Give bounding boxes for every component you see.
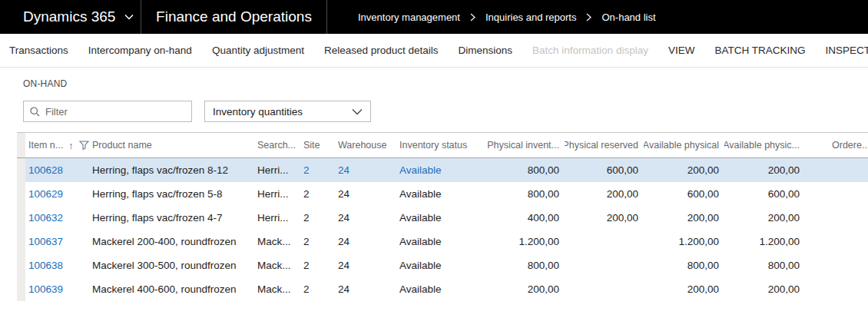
column-header-search-name[interactable]: Search... — [257, 133, 303, 157]
breadcrumb-page[interactable]: On-hand list — [601, 12, 655, 23]
column-header-inventory-status[interactable]: Inventory status — [399, 133, 484, 157]
menu-quantity-adjustment[interactable]: Quantity adjustment — [212, 45, 304, 56]
row-selector-gutter[interactable] — [17, 206, 25, 230]
table-row[interactable]: 100628 Herring, flaps vac/frozen 8-12 He… — [17, 158, 868, 182]
available-physical-cell: 200,00 — [644, 206, 724, 230]
menu-batch-information-display: Batch information display — [532, 45, 648, 56]
app-title[interactable]: Finance and Operations — [141, 0, 326, 34]
breadcrumb-module[interactable]: Inventory management — [358, 12, 460, 23]
warehouse-cell[interactable]: 24 — [338, 158, 399, 182]
search-name-cell: Herri... — [257, 158, 303, 182]
search-name-cell: Herri... — [257, 206, 303, 230]
column-header-item-number[interactable]: Item n... ↑ — [25, 133, 92, 157]
header-gutter — [17, 133, 25, 157]
physical-reserved-cell: 200,00 — [565, 182, 644, 206]
menu-dimensions[interactable]: Dimensions — [459, 45, 513, 56]
physical-inventory-cell: 800,00 — [484, 182, 565, 206]
available-physical-2-cell: 600,00 — [724, 182, 805, 206]
column-header-label: Item n... — [28, 140, 63, 151]
section-title-on-hand: ON-HAND — [23, 78, 868, 89]
column-header-product-name[interactable]: Product name — [92, 133, 257, 157]
physical-reserved-cell — [565, 230, 644, 253]
inventory-status-cell: Available — [399, 253, 484, 277]
top-navigation-bar: Dynamics 365 Finance and Operations Inve… — [0, 0, 868, 34]
column-header-physical-inventory[interactable]: Physical invent... — [484, 133, 565, 157]
filter-input-container[interactable] — [23, 101, 192, 122]
item-number-link[interactable]: 100628 — [25, 158, 92, 182]
column-header-ordered[interactable]: Ordere... — [805, 133, 868, 157]
ordered-cell — [805, 158, 868, 182]
inventory-status-cell: Available — [399, 182, 484, 206]
table-row[interactable]: 100637 Mackerel 200-400, roundfrozen Mac… — [17, 230, 868, 253]
physical-reserved-cell: 200,00 — [565, 206, 644, 230]
row-selector-gutter[interactable] — [17, 158, 25, 182]
search-name-cell: Mack... — [257, 277, 303, 301]
product-name-cell: Mackerel 200-400, roundfrozen — [92, 230, 257, 253]
item-number-link[interactable]: 100629 — [25, 182, 92, 206]
physical-inventory-cell: 1.200,00 — [484, 230, 565, 253]
dynamics365-menu-button[interactable]: Dynamics 365 — [0, 0, 141, 34]
table-row[interactable]: 100629 Herring, flaps vac/frozen 5-8 Her… — [17, 182, 868, 206]
product-name-cell: Mackerel 300-500, roundfrozen — [92, 253, 257, 277]
item-number-link[interactable]: 100638 — [25, 253, 92, 277]
menu-batch-tracking[interactable]: BATCH TRACKING — [714, 45, 805, 56]
available-physical-cell: 200,00 — [644, 158, 724, 182]
menu-transactions[interactable]: Transactions — [9, 45, 68, 56]
product-name-cell: Herring, flaps vac/frozen 8-12 — [92, 158, 257, 182]
search-name-cell: Mack... — [257, 253, 303, 277]
menu-released-product-details[interactable]: Released product details — [324, 45, 439, 56]
warehouse-cell: 24 — [338, 230, 399, 253]
filter-funnel-icon[interactable] — [79, 141, 89, 150]
site-cell: 2 — [303, 253, 338, 277]
physical-inventory-cell: 400,00 — [484, 206, 565, 230]
table-row[interactable]: 100638 Mackerel 300-500, roundfrozen Mac… — [17, 253, 868, 277]
available-physical-2-cell: 200,00 — [724, 206, 805, 230]
available-physical-cell: 200,00 — [644, 277, 724, 301]
site-cell[interactable]: 2 — [303, 158, 338, 182]
site-cell: 2 — [303, 277, 338, 301]
search-icon — [30, 107, 40, 117]
inventory-status-cell[interactable]: Available — [399, 158, 484, 182]
warehouse-cell: 24 — [338, 182, 399, 206]
product-name-cell: Herring, flaps vac/frozen 5-8 — [92, 182, 257, 206]
row-selector-gutter[interactable] — [17, 182, 25, 206]
available-physical-cell: 1.200,00 — [644, 230, 724, 253]
table-row[interactable]: 100639 Mackerel 400-600, roundfrozen Mac… — [17, 277, 868, 301]
column-header-warehouse[interactable]: Warehouse — [338, 133, 399, 157]
row-selector-gutter[interactable] — [17, 253, 25, 277]
topbar-divider — [326, 0, 327, 34]
ordered-cell — [805, 182, 868, 206]
row-selector-gutter[interactable] — [17, 230, 25, 253]
grid-header-row: Item n... ↑ Product name Search... Site … — [17, 133, 868, 158]
breadcrumb-section[interactable]: Inquiries and reports — [485, 12, 577, 23]
available-physical-2-cell: 200,00 — [724, 158, 805, 182]
row-selector-gutter[interactable] — [17, 277, 25, 301]
column-header-site[interactable]: Site — [303, 133, 338, 157]
column-header-available-physical[interactable]: Available physical — [644, 133, 724, 157]
table-row[interactable]: 100632 Herring, flaps vac/frozen 4-7 Her… — [17, 206, 868, 230]
view-selector-dropdown[interactable]: Inventory quantities — [204, 101, 371, 122]
available-physical-2-cell: 200,00 — [724, 277, 805, 301]
filter-input[interactable] — [45, 106, 185, 118]
menu-view[interactable]: VIEW — [668, 45, 695, 56]
item-number-link[interactable]: 100637 — [25, 230, 92, 253]
chevron-down-icon — [352, 108, 363, 115]
item-number-link[interactable]: 100639 — [25, 277, 92, 301]
grid-toolbar: Inventory quantities — [23, 101, 868, 122]
view-selector-value: Inventory quantities — [213, 106, 303, 118]
action-bar: Transactions Intercompany on-hand Quanti… — [0, 34, 868, 68]
product-name-cell: Mackerel 400-600, roundfrozen — [92, 277, 257, 301]
menu-inspect[interactable]: INSPECT — [825, 45, 868, 56]
site-cell: 2 — [303, 230, 338, 253]
inventory-status-cell: Available — [399, 230, 484, 253]
physical-reserved-cell: 600,00 — [565, 158, 644, 182]
menu-intercompany-on-hand[interactable]: Intercompany on-hand — [88, 45, 192, 56]
column-header-available-physical-2[interactable]: Available physic... — [724, 133, 805, 157]
brand-label: Dynamics 365 — [23, 8, 115, 25]
column-header-physical-reserved[interactable]: Physical reserved — [565, 133, 644, 157]
on-hand-grid: Item n... ↑ Product name Search... Site … — [17, 132, 868, 301]
item-number-link[interactable]: 100632 — [25, 206, 92, 230]
ordered-cell — [805, 253, 868, 277]
chevron-right-icon — [586, 13, 591, 22]
physical-reserved-cell — [565, 253, 644, 277]
